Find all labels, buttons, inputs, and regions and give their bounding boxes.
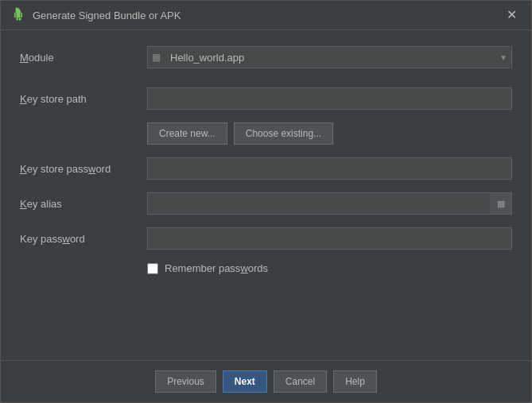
key-alias-browse-button[interactable]: ▦ — [490, 192, 512, 215]
key-password-input[interactable] — [147, 227, 512, 250]
key-alias-label: Key alias — [20, 198, 147, 210]
choose-existing-button[interactable]: Choose existing... — [234, 122, 333, 145]
dialog-content: Module ▦ Hello_world.app ▼ Key store pat… — [1, 30, 531, 360]
keystore-action-buttons: Create new... Choose existing... — [147, 122, 512, 145]
key-password-label: Key password — [20, 233, 147, 245]
folder-icon: ▦ — [497, 199, 505, 209]
close-button[interactable]: ✕ — [502, 7, 522, 23]
title-left: Generate Signed Bundle or APK — [10, 7, 181, 23]
keystore-password-input[interactable] — [147, 157, 512, 180]
module-select[interactable]: Hello_world.app — [147, 46, 512, 68]
keystore-password-row: Key store password — [20, 157, 512, 180]
svg-point-1 — [19, 10, 20, 11]
generate-signed-dialog: Generate Signed Bundle or APK ✕ Module ▦… — [0, 0, 532, 403]
dialog-title: Generate Signed Bundle or APK — [33, 10, 181, 21]
key-alias-input-wrapper: ▦ — [147, 192, 512, 215]
next-button[interactable]: Next — [223, 370, 267, 393]
key-password-row: Key password — [20, 227, 512, 250]
keystore-path-input[interactable] — [147, 87, 512, 110]
keystore-password-label: Key store password — [20, 163, 147, 175]
remember-passwords-label[interactable]: Remember passwords — [165, 262, 268, 274]
key-alias-input[interactable] — [147, 192, 512, 215]
previous-button[interactable]: Previous — [155, 370, 216, 393]
svg-point-0 — [17, 10, 17, 11]
keystore-path-label: Key store path — [20, 93, 147, 105]
remember-passwords-checkbox[interactable] — [147, 263, 158, 274]
keystore-path-row: Key store path — [20, 87, 512, 110]
module-label: Module — [20, 52, 147, 64]
module-row: Module ▦ Hello_world.app ▼ — [20, 46, 512, 68]
title-bar: Generate Signed Bundle or APK ✕ — [1, 1, 531, 30]
android-icon — [10, 7, 26, 23]
module-select-wrapper: ▦ Hello_world.app ▼ — [147, 46, 512, 68]
help-button[interactable]: Help — [333, 370, 377, 393]
cancel-button[interactable]: Cancel — [274, 370, 327, 393]
dialog-footer: Previous Next Cancel Help — [1, 360, 531, 402]
create-new-button[interactable]: Create new... — [147, 122, 227, 145]
remember-passwords-row: Remember passwords — [147, 262, 512, 274]
key-alias-row: Key alias ▦ — [20, 192, 512, 215]
